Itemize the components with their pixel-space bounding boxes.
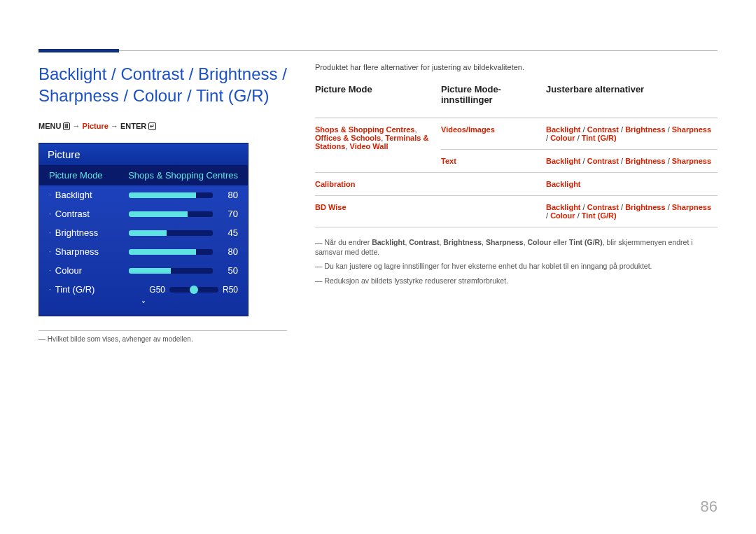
osd-item-value: 50 [220,265,238,276]
bullet-icon: · [49,210,51,218]
osd-item-value: 45 [220,227,238,238]
divider [38,330,287,331]
osd-item-value: 80 [220,246,238,257]
table-header-settings: Picture Mode-innstillinger [441,84,546,118]
cell-adjustable: Backlight / Contrast / Brightness / Shar… [546,118,718,150]
cell-setting: Videos/Images [441,118,546,150]
enter-icon: ↵ [148,122,156,130]
bullet-icon: · [49,229,51,237]
note-line: ― Du kan justere og lagre innstillinger … [315,261,718,271]
osd-item-value: 70 [220,209,238,219]
table-header-adjustable: Justerbare alternativer [546,84,718,118]
picture-label: Picture [83,122,108,130]
bullet-icon: · [49,267,51,274]
table-row: Shops & Shopping Centres, Offices & Scho… [315,118,718,150]
osd-mode-label: Picture Mode [49,170,103,181]
osd-footnote: ― Hvilket bilde som vises, avhenger av m… [38,335,287,343]
osd-item-value: 80 [220,190,238,200]
accent-bar [38,49,119,52]
osd-item-label: Tint (G/R) [55,284,129,295]
menu-label: MENU [38,122,61,130]
menu-icon: Ⅲ [63,122,70,130]
slider-fill [129,211,188,217]
arrow-icon: → [111,122,118,130]
section-title: Backlight / Contrast / Brightness / Shar… [38,63,287,106]
note-line: ― Når du endrer Backlight, Contrast, Bri… [315,237,718,257]
osd-tint-row[interactable]: · Tint (G/R) G50 R50 [39,280,248,299]
osd-slider[interactable] [129,211,213,217]
osd-panel: Picture Picture Mode Shops & Shopping Ce… [38,143,248,316]
slider-fill [129,268,171,274]
tint-r-value: R50 [223,285,238,295]
osd-slider[interactable] [129,268,213,274]
tint-slider[interactable] [169,287,218,293]
osd-item-label: Contrast [55,209,129,219]
cell-adjustable: Backlight / Contrast / Brightness / Shar… [546,150,718,173]
cell-mode: BD Wise [315,196,441,227]
cell-mode: Shops & Shopping Centres, Offices & Scho… [315,118,441,173]
slider-fill [129,249,196,255]
slider-fill [129,230,167,236]
intro-text: Produktet har flere alternativer for jus… [315,63,718,71]
osd-slider[interactable] [129,249,213,255]
osd-slider[interactable] [129,230,213,236]
osd-mode-value: Shops & Shopping Centres [128,170,238,181]
table-row: BD WiseBacklight / Contrast / Brightness… [315,196,718,227]
osd-title: Picture [39,143,248,165]
horizontal-rule [38,50,718,51]
page-number: 86 [701,498,718,516]
cell-setting [441,173,546,196]
note-line: ― Reduksjon av bildets lysstyrke reduser… [315,276,718,286]
osd-picture-mode-row[interactable]: Picture Mode Shops & Shopping Centres [39,165,248,185]
chevron-down-icon[interactable]: ˅ [39,299,248,316]
slider-knob-icon [190,286,198,294]
osd-slider-row[interactable]: ·Brightness45 [39,223,248,242]
bullet-icon: · [49,248,51,255]
bullet-icon: · [49,191,51,199]
osd-slider-row[interactable]: ·Colour50 [39,261,248,280]
table-header-mode: Picture Mode [315,84,441,118]
osd-slider[interactable] [129,192,213,198]
osd-slider-row[interactable]: ·Contrast70 [39,204,248,223]
osd-item-label: Colour [55,265,129,276]
arrow-icon: → [73,122,80,130]
osd-item-label: Sharpness [55,246,129,257]
enter-label: ENTER [120,122,146,130]
cell-setting [441,196,546,227]
options-table: Picture Mode Picture Mode-innstillinger … [315,84,718,227]
osd-slider-row[interactable]: ·Backlight80 [39,185,248,204]
osd-item-label: Backlight [55,190,129,200]
osd-item-label: Brightness [55,227,129,238]
cell-adjustable: Backlight [546,173,718,196]
bullet-icon: · [49,286,51,293]
cell-adjustable: Backlight / Contrast / Brightness / Shar… [546,196,718,227]
tint-g-value: G50 [149,285,165,295]
slider-fill [129,192,196,198]
table-row: CalibrationBacklight [315,173,718,196]
cell-setting: Text [441,150,546,173]
menu-breadcrumb: MENU Ⅲ → Picture → ENTER ↵ [38,122,287,130]
notes-block: ― Når du endrer Backlight, Contrast, Bri… [315,237,718,286]
cell-mode: Calibration [315,173,441,196]
osd-slider-row[interactable]: ·Sharpness80 [39,242,248,261]
